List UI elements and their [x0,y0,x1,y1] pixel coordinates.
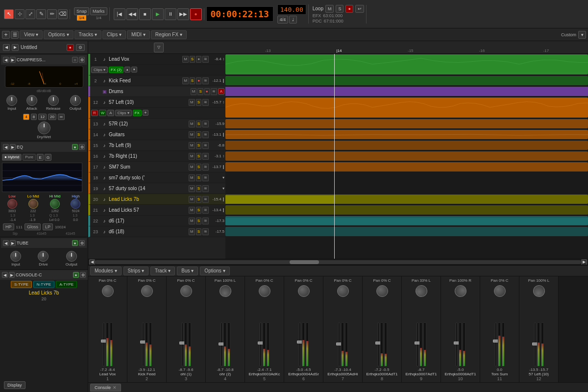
scroll-right-btn[interactable]: ▶ [581,259,587,265]
hp-btn[interactable]: HP [3,223,14,230]
track-15-wave-btn[interactable]: ≋ [202,142,209,149]
midi-tab[interactable]: MIDI ▾ [127,30,150,39]
tube-output-knob[interactable] [66,251,77,262]
n-type-btn[interactable]: N-TYPE [33,281,54,288]
track-18-wave-btn[interactable]: ≋ [202,174,209,181]
track-23-m-btn[interactable]: M [189,228,195,235]
comp-attack-knob[interactable] [26,95,37,106]
playhead-to-bar-btn[interactable]: ▽ [154,43,164,52]
ch1-fader-track[interactable] [103,322,105,367]
ch5-pan-knob[interactable] [259,285,270,297]
ch4-pan-knob[interactable] [217,283,233,299]
ch11-fader-track[interactable] [495,322,497,367]
console-settings-btn[interactable]: ⚙ [80,272,86,278]
custom-dropdown-btn[interactable]: ▾ [578,31,586,39]
draw-tool-btn[interactable]: ✏ [47,9,57,19]
track-12-clips-btn[interactable]: Clips ▾ [115,110,132,116]
ratio-20-btn[interactable]: 20 [48,114,56,120]
track-12-w-btn[interactable]: W [99,110,107,116]
track-12-r-btn[interactable]: R [91,110,98,116]
plugin-record-btn[interactable]: ● [67,44,74,51]
view-tab[interactable]: View ▾ [20,30,43,39]
tube-drive-knob[interactable] [38,251,49,262]
eq-graph[interactable] [2,163,82,192]
drums-wave-btn[interactable]: ≋ [211,88,217,95]
eq-next-btn[interactable]: ▶ [10,144,16,150]
select-tool-btn[interactable]: ⊹ [15,9,24,19]
loop-record-btn[interactable]: ● [345,5,353,13]
ch8-pan-knob[interactable] [376,285,388,297]
edit-tool-btn[interactable]: ✎ [36,9,46,19]
erase-tool-btn[interactable]: ⌫ [58,9,68,19]
drums-rec-btn[interactable]: ● [204,88,210,95]
track-15-s-btn[interactable]: S [196,142,201,149]
track-16-wave-btn[interactable]: ≋ [202,153,209,160]
drums-m-btn[interactable]: M [191,88,197,95]
comp-next-btn[interactable]: ▶ [10,57,16,63]
eq-low-knob[interactable] [7,199,17,209]
track-1-clips-btn[interactable]: Clips ▾ [91,67,108,73]
loop-r1-btn[interactable]: ↩ [355,5,364,13]
ch4-fader-track[interactable] [220,322,222,367]
eq-hybrid-btn[interactable]: ● Hybrid [2,154,22,161]
snap-btn[interactable]: Snap [74,7,89,15]
scrollbar-thumb[interactable] [290,260,319,264]
comp-power-btn[interactable]: ○ [72,57,78,63]
ch3-pan-knob[interactable] [180,285,192,297]
play-btn[interactable]: ▶ [152,8,164,20]
ch9-fader-track[interactable] [416,322,418,367]
track-1-fx-badge[interactable]: FX (2) [109,67,123,73]
eq-settings-btn[interactable]: ⚙ [79,144,85,150]
track-1-s-btn[interactable]: S [190,56,195,63]
region-fx-tab[interactable]: Region FX ▾ [151,30,187,39]
track-15-m-btn[interactable]: M [189,142,195,149]
gloss-btn[interactable]: Gloss [24,223,41,230]
loop-m-btn[interactable]: M [325,5,334,13]
track-1-dot-btn[interactable]: ● [196,56,201,63]
ch10-fader-track[interactable] [456,322,458,367]
track-tab[interactable]: Track ▾ [150,267,175,275]
time-sig-btn[interactable]: 4/4 [277,16,289,24]
ch7-fader-track[interactable] [338,322,340,367]
track-20-m-btn[interactable]: M [189,196,195,203]
ch6-fader-track[interactable] [299,322,301,367]
ratio-8-btn[interactable]: 8 [31,114,37,120]
ch11-pan-knob[interactable] [494,285,506,297]
track-12-wave-btn[interactable]: ≋ [202,99,209,106]
ch2-pan-knob[interactable] [141,285,153,297]
console-tab[interactable]: Console ✕ [90,384,121,392]
eq-himid-knob[interactable] [50,199,60,209]
ch12-pan-knob[interactable] [531,283,547,299]
console-power-btn[interactable]: ● [73,272,79,278]
console-next-btn[interactable]: ▶ [9,272,15,278]
track-14-m-btn[interactable]: M [189,131,195,138]
track-17-wave-btn[interactable]: ≋ [202,164,209,171]
track-20-s-btn[interactable]: S [196,196,201,203]
track-20-wave-btn[interactable]: ≋ [202,196,209,203]
tube-next-btn[interactable]: ▶ [10,240,16,246]
track-23-wave-btn[interactable]: ≋ [202,228,209,235]
track-14-s-btn[interactable]: S [196,131,201,138]
eq-high-knob[interactable] [71,199,80,209]
track-19-m-btn[interactable]: M [189,185,195,192]
marks-btn[interactable]: Marks [90,7,107,15]
tracks-tab[interactable]: Tracks ▾ [74,30,101,39]
track-2-wave-btn[interactable]: ≋ [202,77,209,84]
track-19-s-btn[interactable]: S [196,185,201,192]
waveform-area[interactable] [225,54,588,259]
move-tool-btn[interactable]: ⤢ [25,9,35,19]
ch6-pan-knob[interactable] [298,285,310,297]
track-2-rec-btn[interactable]: ● [196,77,201,84]
track-1-fx-up-btn[interactable]: ▴ [124,67,130,73]
track-16-m-btn[interactable]: M [189,153,195,160]
a-type-btn[interactable]: A-TYPE [56,281,77,288]
tube-power-btn[interactable]: ● [72,240,78,246]
ch7-pan-knob[interactable] [337,285,349,297]
eq-lomid-knob[interactable] [28,199,38,209]
bpm-display[interactable]: 140.00 [277,4,306,15]
track-17-s-btn[interactable]: S [196,164,201,171]
metronome-icon[interactable]: ♩ [289,16,297,24]
ch10-pan-knob[interactable] [452,283,468,299]
track-21-wave-btn[interactable]: ≋ [202,207,209,214]
modules-tab[interactable]: Modules ▾ [90,267,122,275]
